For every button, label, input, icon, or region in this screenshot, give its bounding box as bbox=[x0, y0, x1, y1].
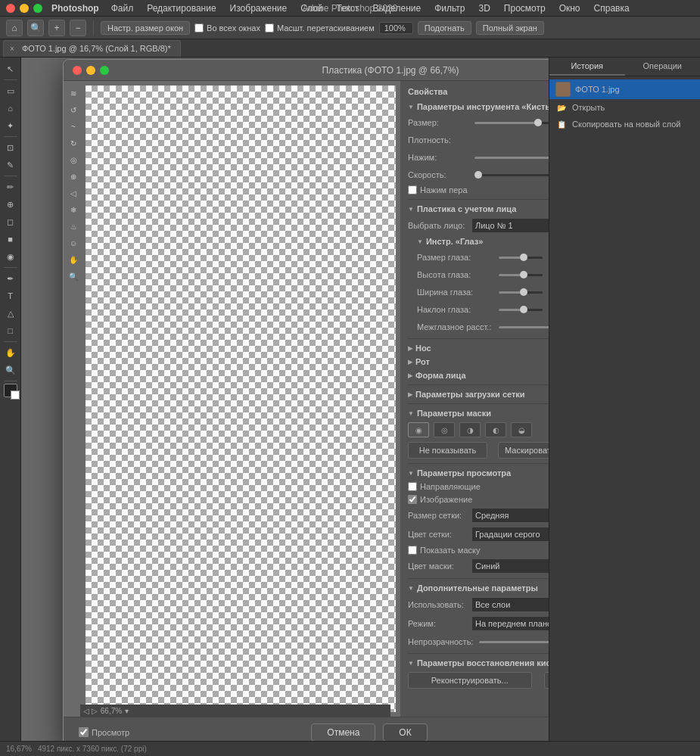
menu-file[interactable]: Файл bbox=[105, 2, 140, 15]
liq-reconstruct[interactable]: ↺ bbox=[66, 102, 81, 117]
foreground-color[interactable] bbox=[4, 384, 17, 397]
ok-button[interactable]: ОК bbox=[383, 723, 427, 742]
image-checkbox[interactable] bbox=[408, 495, 417, 504]
grid-color-dropdown[interactable]: Градации серого bbox=[471, 527, 549, 542]
eye-height-l-input[interactable] bbox=[549, 268, 549, 282]
guides-checkbox[interactable] bbox=[408, 482, 417, 491]
history-item-1[interactable]: 📂 Открыть bbox=[549, 99, 700, 116]
opacity-slider[interactable] bbox=[479, 641, 549, 643]
liq-zoom[interactable]: 🔍 bbox=[66, 269, 81, 284]
operations-tab[interactable]: Операции bbox=[625, 58, 701, 76]
cancel-button[interactable]: Отмена bbox=[311, 723, 375, 742]
liq-smooth[interactable]: ~ bbox=[66, 119, 81, 134]
close-button[interactable] bbox=[6, 4, 15, 13]
liq-forward-warp[interactable]: ≋ bbox=[66, 86, 81, 101]
tool-dodge[interactable]: ◉ bbox=[2, 248, 19, 265]
liq-thaw-mask[interactable]: ♨ bbox=[66, 219, 81, 234]
tool-move[interactable]: ↖ bbox=[2, 61, 19, 77]
history-item-0[interactable]: ФОТО 1.jpg bbox=[549, 79, 700, 99]
pressure-slider[interactable] bbox=[474, 157, 549, 159]
tool-shape[interactable]: □ bbox=[2, 322, 19, 339]
menu-view[interactable]: Просмотр bbox=[498, 2, 552, 15]
fit-button[interactable]: Подогнать bbox=[418, 21, 471, 35]
mask-all-button[interactable]: Маскировать все bbox=[498, 442, 549, 459]
mask-icon-5[interactable]: ◒ bbox=[511, 422, 532, 437]
all-windows-checkbox[interactable] bbox=[194, 23, 204, 33]
menu-3d[interactable]: 3D bbox=[473, 2, 496, 15]
maximize-button[interactable] bbox=[33, 4, 42, 13]
home-button[interactable]: ⌂ bbox=[6, 20, 23, 36]
tool-zoom[interactable]: 🔍 bbox=[2, 362, 19, 378]
mask-icon-1[interactable]: ◉ bbox=[408, 422, 429, 437]
tool-pen[interactable]: ✒ bbox=[2, 270, 19, 287]
grid-size-dropdown[interactable]: Средняя bbox=[471, 508, 549, 523]
history-item-2[interactable]: 📋 Скопировать на новый слой bbox=[549, 116, 700, 132]
pen-checkbox[interactable] bbox=[408, 185, 417, 194]
tool-eraser[interactable]: ◻ bbox=[2, 213, 19, 230]
brush-params-header[interactable]: ▼ Параметры инструмента «Кисть» bbox=[408, 102, 549, 111]
dialog-minimize[interactable] bbox=[86, 66, 95, 75]
dialog-maximize[interactable] bbox=[100, 66, 109, 75]
liq-freeze-mask[interactable]: ❄ bbox=[66, 202, 81, 217]
zoom-in-button[interactable]: + bbox=[48, 20, 65, 36]
eye-size-l-input[interactable] bbox=[549, 250, 549, 264]
tool-path[interactable]: △ bbox=[2, 305, 19, 322]
mask-icon-4[interactable]: ◐ bbox=[485, 422, 506, 437]
use-dropdown[interactable]: Все слои bbox=[471, 597, 549, 612]
liquify-canvas[interactable] bbox=[86, 86, 396, 712]
menu-image[interactable]: Изображение bbox=[224, 2, 294, 15]
tool-gradient[interactable]: ■ bbox=[2, 231, 19, 247]
face-shape-header[interactable]: ▶ Форма лица bbox=[408, 371, 549, 380]
eye-tilt-l-input[interactable] bbox=[549, 303, 549, 316]
tool-hand[interactable]: ✋ bbox=[2, 344, 19, 361]
mask-params-header[interactable]: ▼ Параметры маски bbox=[408, 409, 549, 418]
speed-slider[interactable] bbox=[474, 174, 549, 176]
zoom-input[interactable] bbox=[379, 22, 413, 34]
menu-window[interactable]: Окно bbox=[553, 2, 586, 15]
select-face-dropdown[interactable]: Лицо № 1 bbox=[471, 218, 549, 233]
tool-magic-wand[interactable]: ✦ bbox=[2, 117, 19, 134]
document-tab[interactable]: × ФОТО 1.jpg @ 16,7% (Слой 1, RGB/8)* bbox=[3, 40, 181, 57]
preview-checkbox[interactable] bbox=[79, 727, 89, 737]
liq-pucker[interactable]: ◎ bbox=[66, 152, 81, 167]
liq-hand[interactable]: ✋ bbox=[66, 252, 81, 267]
intereye-slider[interactable] bbox=[499, 326, 549, 328]
minimize-button[interactable] bbox=[20, 4, 29, 13]
mode-dropdown[interactable]: На переднем плане bbox=[471, 616, 549, 631]
eye-tool-header[interactable]: ▼ Инстр. «Глаз» bbox=[408, 237, 549, 246]
menu-edit[interactable]: Редактирование bbox=[141, 2, 222, 15]
eye-width-l-input[interactable] bbox=[549, 285, 549, 299]
liq-twirl-cw[interactable]: ↻ bbox=[66, 135, 81, 151]
liq-bloat[interactable]: ⊕ bbox=[66, 169, 81, 184]
mask-color-dropdown[interactable]: Синий bbox=[471, 558, 549, 574]
eye-size-l-slider[interactable] bbox=[499, 257, 543, 259]
mesh-params-header[interactable]: ▶ Параметры загрузки сетки bbox=[408, 390, 549, 399]
liq-push-left[interactable]: ◁ bbox=[66, 185, 81, 201]
tool-lasso[interactable]: ⌂ bbox=[2, 100, 19, 117]
liq-face-tool[interactable]: ☺ bbox=[66, 235, 81, 250]
tool-brush[interactable]: ✏ bbox=[2, 179, 19, 195]
mouth-header[interactable]: ▶ Рот bbox=[408, 357, 549, 366]
nose-header[interactable]: ▶ Нос bbox=[408, 344, 549, 353]
tool-marquee[interactable]: ▭ bbox=[2, 82, 19, 99]
eye-tilt-l-slider[interactable] bbox=[499, 309, 543, 311]
fit-drag-checkbox[interactable] bbox=[265, 23, 274, 33]
tab-close-icon[interactable]: × bbox=[10, 45, 17, 52]
menu-filter[interactable]: Фильтр bbox=[428, 2, 471, 15]
fullscreen-button[interactable]: Полный экран bbox=[476, 21, 544, 35]
extra-params-header[interactable]: ▼ Дополнительные параметры bbox=[408, 583, 549, 593]
tool-eyedropper[interactable]: ✎ bbox=[2, 157, 19, 173]
restore-params-header[interactable]: ▼ Параметры восстановления кисти bbox=[408, 658, 549, 667]
eye-width-l-slider[interactable] bbox=[499, 291, 543, 294]
restore-all-button[interactable]: Восстановить все bbox=[544, 672, 549, 689]
not-show-button[interactable]: Не показывать bbox=[408, 442, 487, 459]
mask-icon-3[interactable]: ◑ bbox=[459, 422, 481, 437]
tool-stamp[interactable]: ⊕ bbox=[2, 196, 19, 213]
zoom-tool[interactable]: 🔍 bbox=[27, 20, 44, 36]
reconstruct-button[interactable]: Реконструировать... bbox=[408, 672, 532, 689]
dialog-close[interactable] bbox=[73, 66, 82, 75]
menu-help[interactable]: Справка bbox=[588, 2, 636, 15]
eye-height-l-slider[interactable] bbox=[499, 274, 543, 276]
view-params-header[interactable]: ▼ Параметры просмотра bbox=[408, 468, 549, 478]
fit-size-button[interactable]: Настр. размер окон bbox=[101, 21, 190, 35]
